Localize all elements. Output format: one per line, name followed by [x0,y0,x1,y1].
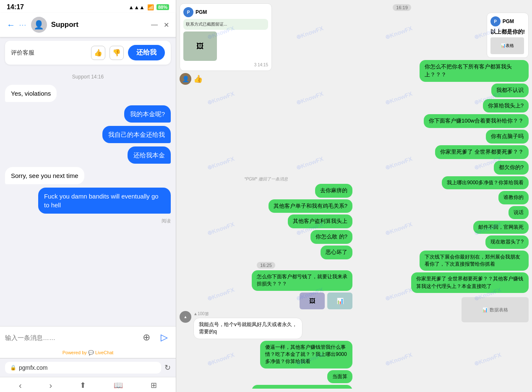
pgm-name-left: PGM [196,9,207,15]
message-row: Yes, violations [5,85,171,102]
clock: 14:17 [7,3,24,11]
msg-bubble: 都欠你的? [494,161,529,175]
messages-area: Support 14:16 Yes, violations 我的本金呢? 我自己… [0,68,176,326]
header-left: ← ··· 👤 Support [7,17,78,33]
message-row: Sorry, see you next time [5,167,171,184]
img-thumb-1: 🖼 [300,293,325,309]
close-button[interactable]: ✕ [164,21,169,29]
main-body: *PGM* 撤回了一条消息 去你麻痹的 其他客户单子和我有鸡毛关系? 其他客户盗… [180,176,529,389]
bookmark-icon[interactable]: 📖 [114,381,123,390]
left-panel: 14:17 ▲▲▲ 📶 88% ← ··· 👤 Support — ✕ 评价客服… [0,0,176,392]
msg-bubble: 其他客户盗利算我头上 [288,214,352,228]
message-input[interactable] [5,334,136,341]
system-timestamp: Support 14:16 [5,74,171,80]
status-bar: 14:17 ▲▲▲ 📶 88% [0,0,176,13]
send-button[interactable]: ▷ [157,331,171,344]
msg-bubble: 当面算 [327,370,352,383]
msg-bubble: 你怎么不把你名下所有客户都算我头上？？？ [420,60,529,82]
input-area: ⊕ ▷ [0,326,176,348]
back-nav-button[interactable]: ‹ [19,381,22,390]
thumbup-reaction: 👍 [193,74,203,84]
top-row: P PGM 联系方式已截图留证... 🖼 3 14:15 👤 👍 [180,3,529,175]
wifi-icon: 📶 [147,4,154,10]
refresh-button[interactable]: ↻ [164,363,171,372]
msg-bubble: 傻逼一样，其他客户赚钱管我什么事情？吃了本金了就？？我上哪出9000多净值？你算… [260,341,352,368]
far-msg: 邮件不回，官网装死 [473,221,529,234]
far-msg: 下次线下展会你最好别在，郑州展会我朋友看你了，下次直接报警给你抓着 [420,251,529,271]
message-bubble: 我的本金呢? [124,105,171,123]
user-avatar: 👤 [180,73,191,85]
agent100-msg-col: ▲100篓 我能点号，给个v号就能凤好几天或者永久，需要的q [193,311,303,339]
pgm-image-message: P PGM 联系方式已截图留证... 🖼 3 14:15 [180,3,272,71]
message-row: 我的本金呢? [5,105,171,123]
browser-domain[interactable]: 🔒 pgmfx.com [5,362,161,374]
minimize-button[interactable]: — [151,21,158,29]
agent100-name: ▲100篓 [193,311,303,317]
message-row: Fuck you damn bandits will eventually go… [5,188,171,214]
powered-by: Powered by 💬 LiveChat [0,348,176,358]
forward-nav-button[interactable]: › [50,381,52,390]
thumbdown-button[interactable]: 👎 [110,46,124,60]
msg-bubble: 别躲里狗叫，换身份证，老子身正不怕影子歪，你他妈拿出来哪个账户出金了？？ [252,385,352,389]
agent100-row1: ▲ ▲100篓 我能点号，给个v号就能凤好几天或者永久，需要的q [180,311,352,339]
signal-icon: ▲▲▲ [128,4,145,10]
table-spreadsheet: 📊 数据表格 [462,297,529,322]
status-icons: ▲▲▲ 📶 88% [128,4,169,10]
add-attachment-button[interactable]: ⊕ [140,331,153,344]
back-button[interactable]: ← [7,20,15,30]
browser-bar: 🔒 pgmfx.com ↻ [0,358,176,377]
header-right: — ✕ [151,21,169,29]
img-thumb-2: 📊 [327,293,352,309]
image-attachment-row: 🖼 📊 [300,293,352,309]
msg-bubble: 你下面客户赚100w合着要我补给你？？ [424,114,529,128]
right-chat-container: P PGM 联系方式已截图留证... 🖼 3 14:15 👤 👍 [176,0,532,392]
message-row: 我自己的本金还给我 [5,126,171,143]
pgm-left-block: P PGM 联系方式已截图留证... 🖼 3 14:15 👤 👍 [180,3,272,175]
rating-label: 评价客服 [11,49,87,57]
message-bubble: Yes, violations [5,85,57,102]
pgm-name-top: PGM [503,18,514,24]
far-msg: 说话 [509,206,529,219]
pgm-right-block: 16:19 P PGM 以上都是你的! 📊表格 你怎么不把你名下所有客户都算我头… [275,3,529,175]
message-bubble: 我自己的本金还给我 [102,126,171,143]
message-time: 3 14:15 [183,63,268,67]
far-msg: 现在敢嚣头了? [485,235,529,248]
return-button[interactable]: 还给我 [128,45,165,60]
chat-title: Support [51,21,78,29]
far-msg-last: 你家里死爹了 全世界都要死爹？？其他客户赚钱算我这个代理头上？本金直接吃了 [411,272,529,293]
far-msg: 谁教你的 [498,191,529,204]
read-label: 阅读 [162,218,171,224]
center-messages: 去你麻痹的 其他客户单子和我有鸡毛关系? 其他客户盗利算我头上 你怎么敢 的? … [180,184,352,259]
msg-bubble: 去你麻痹的 [315,184,352,198]
lock-icon: 🔒 [10,365,16,371]
user-thumbup-row: 👤 👍 [180,73,272,85]
right-panel: ⊕KnowFX ⊕KnowFX ⊕KnowFX ⊕KnowFX ⊕KnowFX … [176,0,532,392]
more-options-button[interactable]: ··· [19,21,27,28]
center-column: *PGM* 撤回了一条消息 去你麻痹的 其他客户单子和我有鸡毛关系? 其他客户盗… [180,176,352,389]
right-messages-top: 你怎么不把你名下所有客户都算我头上？？？ 我都不认识 你算给我头上? 你下面客户… [275,60,529,175]
bottom-nav: ‹ › ⬆ 📖 ⊞ [0,377,176,392]
battery: 88% [156,4,169,10]
far-msg: 我上哪出9000多净值？你算给我看 [442,176,529,189]
pgm-table-img: 📊表格 [490,37,524,54]
message-row: 还给我本金 [5,146,171,164]
msg-bubble: 你家里死爹了 全世界都要死爹？？ [435,145,529,159]
share-icon[interactable]: ⬆ [80,381,86,390]
msg-bubble: 恶心坏了 [321,246,352,259]
agent100-bubble: 我能点号，给个v号就能凤好几天或者永久，需要的q [193,318,303,339]
table-image-block: 📊 数据表格 [462,297,529,322]
deleted-notice: *PGM* 撤回了一条消息 [180,176,352,182]
msg-bubble: 你算给我头上? [483,99,529,113]
msg-bubble-loss: 怎么你下面客户都亏钱了，就要让我来承担损失？？？ [252,270,352,291]
pgm-top-text: 以上都是你的! [490,28,525,36]
pgm-avatar-right: P [490,16,501,26]
tabs-icon[interactable]: ⊞ [151,381,157,390]
thumbup-button[interactable]: 👍 [91,46,105,60]
msg-bubble: 我都不认识 [491,84,529,97]
top-timestamp: 16:19 [275,3,529,11]
right-far-column: 我上哪出9000多净值？你算给我看 谁教你的 说话 邮件不回，官网装死 现在敢嚣… [356,176,529,389]
pgm-text-content: 联系方式已截图留证... [183,19,268,30]
pgm-msg-block: P PGM 以上都是你的! 📊表格 [487,13,529,58]
pgm-image-attachment: 🖼 [183,31,217,61]
message-bubble: Sorry, see you next time [5,167,84,184]
